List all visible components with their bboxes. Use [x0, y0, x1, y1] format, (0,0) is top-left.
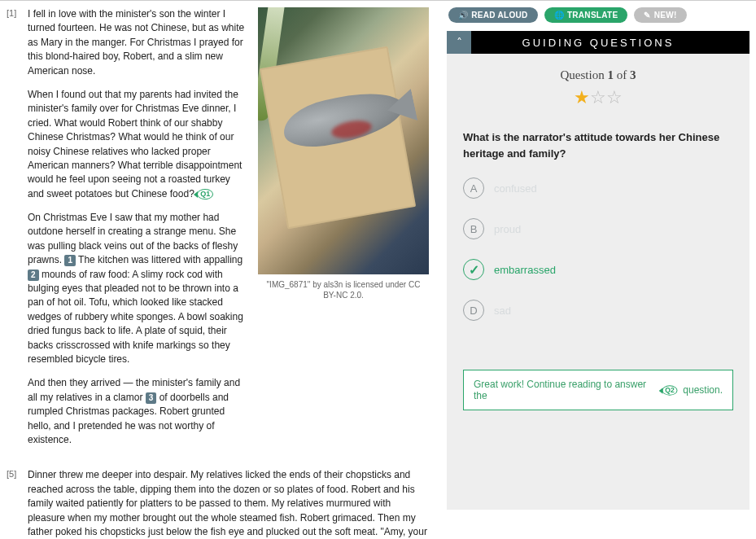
option-letter: D	[463, 300, 484, 321]
button-label: READ ALOUD	[471, 11, 527, 20]
figure: "IMG_6871" by als3n is licensed under CC…	[258, 7, 429, 305]
question-anchor-q2[interactable]: Q2	[662, 385, 678, 395]
answer-option-d[interactable]: D sad	[463, 300, 733, 321]
answer-option-a[interactable]: A confused	[463, 177, 733, 199]
paragraph-text: On Christmas Eve I saw that my mother ha…	[28, 211, 247, 366]
guiding-questions-header: ˄ GUIDING QUESTIONS	[447, 31, 749, 54]
button-label: TRANSLATE	[567, 11, 618, 20]
option-label: embarrassed	[494, 264, 556, 276]
option-label: confused	[494, 182, 537, 195]
globe-icon: 🌐	[554, 11, 564, 20]
story-image	[258, 7, 429, 274]
image-caption: "IMG_6871" by als3n is licensed under CC…	[258, 274, 429, 305]
answer-option-b[interactable]: B proud	[463, 218, 733, 239]
question-panel: 🔊 READ ALOUD 🌐 TRANSLATE ✎ NEW! ˄ GUIDIN…	[444, 1, 756, 538]
star-icon: ★	[574, 87, 590, 107]
check-icon: ✓	[463, 259, 484, 280]
answer-option-c[interactable]: ✓ embarrassed	[463, 259, 733, 280]
footnote-ref[interactable]: 3	[146, 392, 157, 404]
paragraph-text: When I found out that my parents had inv…	[28, 88, 247, 201]
difficulty-stars: ★☆☆	[463, 87, 733, 108]
pencil-icon: ✎	[644, 11, 650, 20]
collapse-toggle[interactable]: ˄	[447, 31, 471, 54]
para-number: [1]	[7, 7, 28, 457]
paragraph-text: I fell in love with the minister's son t…	[28, 7, 247, 78]
panel-title: GUIDING QUESTIONS	[447, 37, 749, 49]
question-text: What is the narrator's attitude towards …	[463, 129, 733, 161]
button-label: NEW!	[654, 11, 677, 20]
footnote-ref[interactable]: 1	[64, 255, 76, 266]
chevron-up-icon: ˄	[457, 36, 462, 49]
paragraph-text: Dinner threw me deeper into despair. My …	[28, 468, 429, 538]
feedback-banner: Great work! Continue reading to answer t…	[463, 370, 733, 410]
star-icon: ☆	[590, 87, 606, 107]
translate-button[interactable]: 🌐 TRANSLATE	[544, 7, 628, 23]
question-anchor-q1[interactable]: Q1	[197, 189, 213, 199]
reading-pane: "IMG_6871" by als3n is licensed under CC…	[0, 1, 444, 538]
option-letter: B	[463, 218, 484, 239]
option-letter: A	[463, 177, 484, 199]
question-counter: Question 1 of 3	[463, 68, 733, 82]
para-number: [5]	[7, 468, 28, 538]
option-label: proud	[494, 223, 521, 235]
option-label: sad	[494, 305, 511, 317]
speaker-icon: 🔊	[458, 11, 468, 20]
paragraph-text: And then they arrived — the minister's f…	[28, 376, 247, 447]
footnote-ref[interactable]: 2	[28, 270, 39, 281]
star-icon: ☆	[606, 87, 623, 107]
new-button[interactable]: ✎ NEW!	[634, 7, 686, 23]
read-aloud-button[interactable]: 🔊 READ ALOUD	[448, 7, 538, 23]
